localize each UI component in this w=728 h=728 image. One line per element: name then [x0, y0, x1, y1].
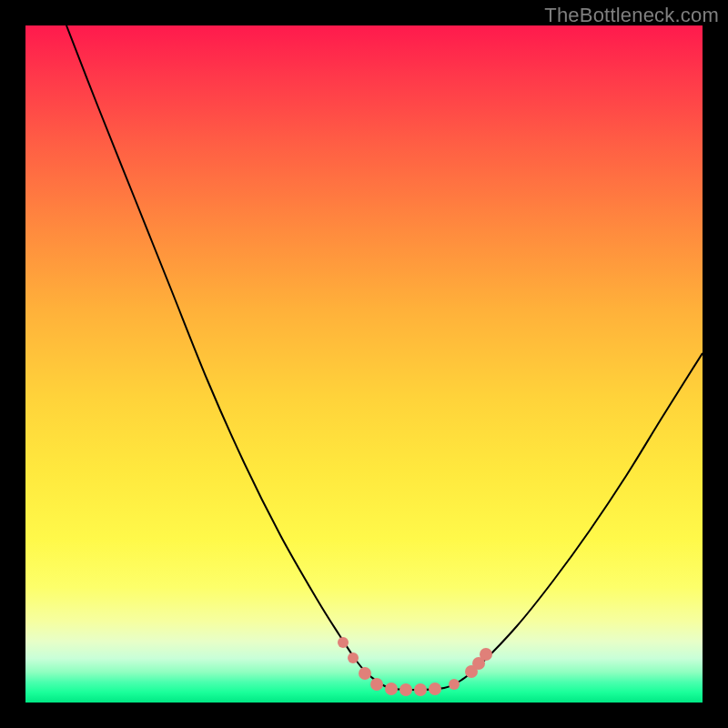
- trough-marker: [338, 637, 349, 648]
- trough-marker: [385, 682, 398, 695]
- curve-layer: [25, 25, 703, 703]
- trough-marker: [359, 667, 371, 680]
- trough-marker: [480, 648, 492, 661]
- trough-marker: [449, 679, 460, 690]
- trough-marker: [399, 683, 412, 696]
- bottleneck-curve: [66, 25, 703, 690]
- trough-marker: [414, 683, 427, 696]
- watermark-text: TheBottleneck.com: [544, 4, 719, 27]
- plot-area: [25, 25, 703, 703]
- trough-marker: [348, 652, 359, 663]
- trough-marker: [429, 682, 441, 695]
- chart-stage: TheBottleneck.com: [0, 0, 728, 728]
- trough-marker: [370, 678, 383, 691]
